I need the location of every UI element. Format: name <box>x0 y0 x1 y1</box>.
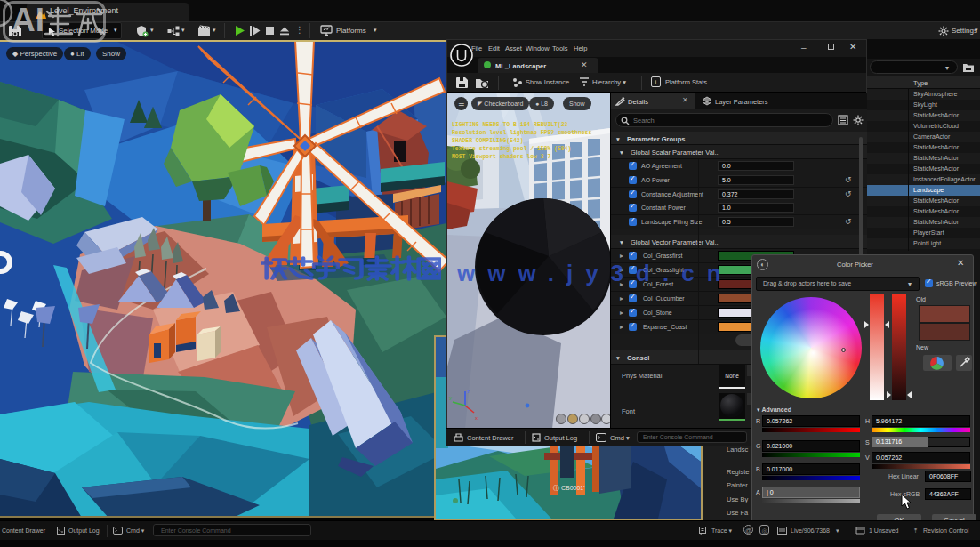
svg-text:y: y <box>449 395 452 400</box>
svg-text:z: z <box>467 389 470 394</box>
svg-text:Texture streaming pool / 158%: Texture streaming pool / 158% (594) <box>452 146 571 152</box>
svg-text:ⓘ CB0001': ⓘ CB0001' <box>553 485 585 491</box>
svg-text:LIGHTING NEEDS TO B 184 REBUIL: LIGHTING NEEDS TO B 184 REBUILT(23 <box>452 122 568 128</box>
svg-text:MOST Viewport shaders low 3 7: MOST Viewport shaders low 3 7 <box>452 154 550 160</box>
svg-text:x: x <box>475 415 478 421</box>
svg-text:Resolution level lightmap FPS?: Resolution level lightmap FPS? smoothnes… <box>452 130 591 136</box>
svg-text:SHADER COMPILING(542): SHADER COMPILING(542) <box>452 138 524 144</box>
